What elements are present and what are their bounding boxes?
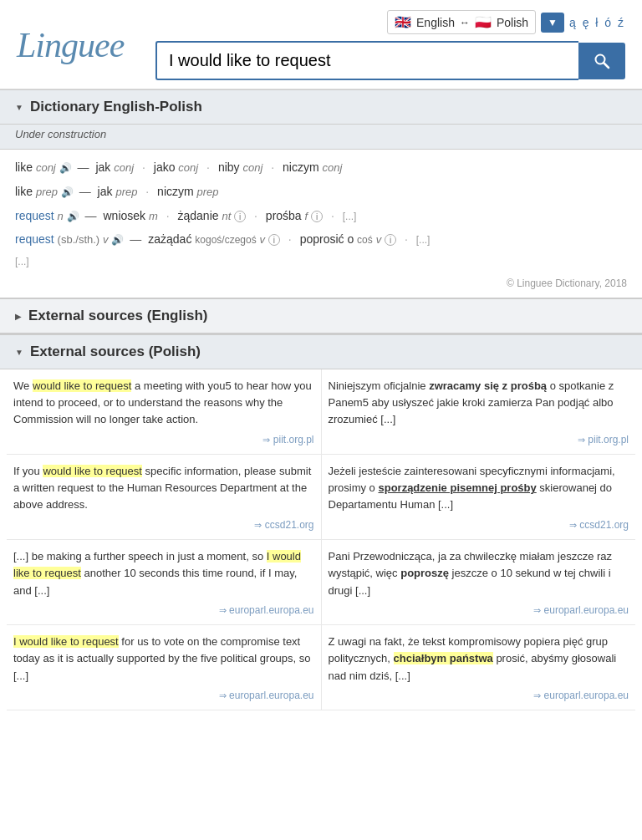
svg-line-1 (604, 63, 609, 68)
source-link-en[interactable]: ⇒ europarl.europa.eu (13, 688, 314, 704)
source-arrow: ⇒ (254, 520, 262, 530)
dict-arrow: — (85, 209, 100, 222)
dict-trans-pos: prep (115, 186, 137, 198)
dict-subtext3: coś (357, 234, 373, 246)
source-link-en[interactable]: ⇒ ccsd21.org (13, 517, 314, 533)
dict-trans: zażądać (148, 232, 191, 246)
source-arrow: ⇒ (219, 605, 227, 615)
dict-word: like (15, 160, 33, 174)
dict-sep: · (405, 232, 411, 246)
dict-more-line: [...] (15, 254, 627, 269)
dict-sep: · (145, 185, 152, 198)
dict-arrow: — (130, 232, 145, 246)
logo-text: Linguee (17, 26, 124, 64)
dict-trans: niczym (157, 185, 194, 198)
lang-dropdown-button[interactable]: ▼ (541, 13, 564, 33)
dict-word: request (15, 232, 54, 246)
lang-to: Polish (497, 16, 528, 29)
dict-trans: jako (154, 160, 176, 174)
source-link-pl[interactable]: ⇒ europarl.europa.eu (329, 603, 629, 619)
arrow-icon: ↔ (460, 17, 470, 28)
dictionary-title: Dictionary English-Polish (30, 99, 202, 115)
dict-sep: · (206, 160, 213, 174)
underline-bold: sporządzenie pisemnej prośby (378, 481, 536, 494)
result-cell-pl: Jeżeli jesteście zainteresowani specyfic… (322, 455, 636, 539)
dict-trans: jak (98, 185, 113, 198)
source-arrow: ⇒ (578, 435, 585, 445)
language-box[interactable]: 🇬🇧 English ↔ 🇵🇱 Polish (387, 10, 536, 34)
dict-sep: · (271, 160, 278, 174)
dict-entry-request-n: request n 🔊 — wniosek m · żądanie nt i ·… (15, 206, 627, 226)
dict-subtext2: kogoś/czegoś (195, 234, 256, 246)
dict-pos: n (58, 210, 64, 222)
dict-sep: · (288, 232, 295, 246)
dictionary-section-header[interactable]: ▼ Dictionary English-Polish (0, 89, 642, 125)
result-cell-pl: Niniejszym oficjalnie zwracamy się z pro… (322, 369, 636, 454)
dict-pos: conj (36, 161, 56, 174)
info-icon[interactable]: i (234, 211, 246, 222)
dict-word: request (15, 209, 54, 222)
dict-trans-pos: conj (178, 161, 198, 174)
highlight: would like to request (43, 465, 142, 477)
search-button[interactable] (578, 43, 625, 79)
dict-more: [...] (416, 234, 431, 246)
sound-icon[interactable]: 🔊 (59, 160, 71, 172)
dict-trans: żądanie (178, 209, 219, 222)
result-row: If you would like to request specific in… (7, 455, 635, 540)
external-english-title: External sources (English) (28, 308, 207, 324)
source-link-en[interactable]: ⇒ europarl.europa.eu (13, 603, 314, 619)
dictionary-entries: like conj 🔊 — jak conj · jako conj · nib… (0, 150, 642, 274)
dict-sep: · (254, 209, 261, 222)
dict-trans-pos: f (305, 210, 308, 222)
info-icon[interactable]: i (268, 234, 280, 246)
dict-pos: v (103, 233, 109, 246)
dict-more: [...] (343, 211, 357, 222)
external-polish-header[interactable]: ▼ External sources (Polish) (0, 334, 642, 369)
result-row: We would like to request a meeting with … (7, 369, 635, 455)
flag-polish: 🇵🇱 (475, 14, 492, 30)
result-cell-en: If you would like to request specific in… (7, 455, 322, 539)
dict-sep: · (166, 209, 173, 222)
highlight: I would like to request (13, 635, 119, 648)
dict-trans: niby (218, 160, 240, 174)
dictionary-section: ▼ Dictionary English-Polish Under constr… (0, 89, 642, 298)
dict-subtext: (sb./sth.) (58, 233, 100, 246)
search-row (155, 41, 625, 80)
info-icon[interactable]: i (311, 211, 323, 222)
lang-from: English (416, 16, 455, 29)
dict-arrow: — (78, 160, 93, 174)
dict-entry-like-prep: like prep 🔊 — jak prep · niczym prep (15, 182, 627, 201)
source-link-en[interactable]: ⇒ piit.org.pl (13, 432, 314, 448)
sound-icon[interactable]: 🔊 (61, 185, 73, 196)
special-chars[interactable]: ą ę ł ó ź (569, 16, 625, 29)
highlight-bold: chciałbym państwa (394, 652, 493, 664)
result-row: I would like to request for us to vote o… (7, 625, 635, 710)
highlight: would like to request (33, 379, 132, 392)
result-cell-pl: Pani Przewodnicząca, ja za chwileczkę mi… (322, 540, 636, 624)
dict-trans-pos: prep (197, 186, 219, 198)
results-container: We would like to request a meeting with … (0, 369, 642, 719)
sound-icon[interactable]: 🔊 (67, 209, 79, 221)
dict-trans: wniosek (104, 209, 146, 222)
bold-text: zwracamy się z prośbą (429, 379, 547, 392)
dict-entry-request-v: request (sb./sth.) v 🔊 — zażądać kogoś/c… (15, 230, 627, 249)
logo: Linguee (17, 25, 142, 65)
result-cell-pl: Z uwagi na fakt, że tekst kompromisowy p… (322, 625, 636, 710)
search-input[interactable] (155, 41, 578, 80)
source-link-pl[interactable]: ⇒ ccsd21.org (329, 517, 629, 533)
source-link-pl[interactable]: ⇒ piit.org.pl (329, 432, 629, 448)
dict-trans-pos: conj (322, 161, 342, 174)
result-cell-en: [...] be making a further speech in just… (7, 540, 322, 624)
collapse-triangle-en: ▶ (15, 312, 22, 321)
info-icon[interactable]: i (385, 234, 396, 246)
header-right: 🇬🇧 English ↔ 🇵🇱 Polish ▼ ą ę ł ó ź (155, 10, 625, 80)
dict-trans-pos: v (260, 233, 266, 246)
external-polish-section: ▼ External sources (Polish) We would lik… (0, 333, 642, 719)
dict-sep: · (142, 160, 149, 174)
header: Linguee 🇬🇧 English ↔ 🇵🇱 Polish ▼ ą ę ł ó… (0, 0, 642, 89)
source-link-pl[interactable]: ⇒ europarl.europa.eu (329, 688, 629, 704)
external-english-header[interactable]: ▶ External sources (English) (0, 298, 642, 333)
sound-icon[interactable]: 🔊 (111, 232, 123, 244)
source-arrow: ⇒ (533, 605, 541, 615)
dict-trans-pos: nt (222, 210, 231, 222)
